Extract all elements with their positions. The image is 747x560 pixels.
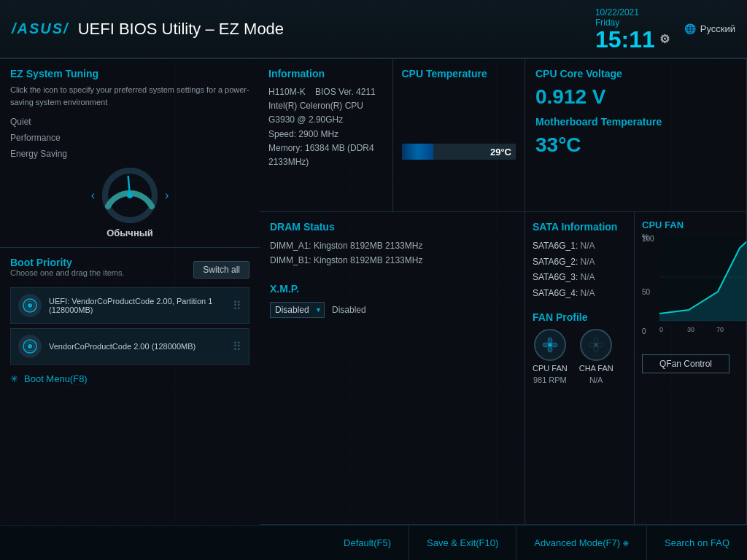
save-exit-button[interactable]: Save & Exit(F10) [409, 526, 516, 560]
ez-prev-arrow[interactable]: ‹ [91, 189, 95, 202]
language-label: Русский [700, 23, 735, 34]
fan-profile-section: FAN Profile CPU FAN [533, 311, 627, 384]
svg-point-17 [594, 346, 598, 352]
sata-fan-cell: SATA Information SATA6G_1: N/A SATA6G_2:… [525, 212, 747, 525]
svg-point-2 [127, 192, 133, 198]
ez-next-arrow[interactable]: › [165, 189, 169, 202]
svg-text:70: 70 [716, 326, 724, 333]
search-faq-label: Search on FAQ [665, 537, 729, 548]
header-datetime: 10/22/2021 Friday 15:11 ⚙ [595, 7, 670, 51]
default-label: Default(F5) [344, 537, 391, 548]
cpu-fan-item: CPU FAN 981 RPM [533, 329, 568, 384]
information-title: Information [268, 68, 384, 79]
cpu-voltage-value: 0.912 V [535, 85, 736, 109]
header-language[interactable]: 🌐 Русский [684, 23, 735, 34]
sata-port-2: SATA6G_2: N/A [533, 254, 627, 271]
cpu-fan-icon [534, 329, 566, 361]
cpu-temperature-panel: CPU Temperature 29°C [392, 59, 525, 211]
qfan-button[interactable]: QFan Control [642, 354, 729, 373]
cpu-fan-name: CPU FAN [533, 364, 568, 373]
voltage-mb-temp-cell: CPU Core Voltage 0.912 V Motherboard Tem… [525, 59, 747, 212]
globe-icon: 🌐 [684, 23, 696, 34]
boot-menu-icon: ✳ [10, 373, 18, 384]
mb-temp-title: Motherboard Temperature [535, 116, 736, 128]
svg-point-4 [28, 303, 32, 308]
xmp-title: X.M.P. [270, 283, 514, 295]
switch-all-button[interactable]: Switch all [193, 261, 249, 279]
cha-fan-rpm: N/A [589, 376, 603, 384]
xmp-section: Disabled Profile 1 Disabled [270, 302, 514, 318]
save-exit-label: Save & Exit(F10) [427, 537, 498, 548]
xmp-panel: X.M.P. Disabled Profile 1 Disabled [270, 283, 514, 318]
date-text: 10/22/2021 [595, 7, 639, 18]
info-memory: Memory: 16384 MB (DDR4 2133MHz) [268, 141, 384, 169]
gear-icon[interactable]: ⚙ [659, 34, 670, 45]
bios-text: BIOS Ver. 4211 [315, 87, 376, 97]
svg-point-13 [543, 343, 549, 347]
default-button[interactable]: Default(F5) [326, 526, 409, 560]
ez-slider: ‹ › [10, 166, 249, 225]
sata-4-label: SATA6G_4: [533, 288, 578, 298]
sata-list: SATA6G_1: N/A SATA6G_2: N/A SATA6G_3: N/… [533, 238, 627, 301]
svg-point-7 [28, 344, 32, 349]
information-panel: Information H110M-K BIOS Ver. 4211 Intel… [260, 59, 392, 211]
dram-status-panel: DRAM Status DIMM_A1: Kingston 8192MB 213… [270, 221, 514, 268]
header: /ASUS/ UEFI BIOS Utility – EZ Mode 10/22… [0, 0, 747, 58]
search-faq-button[interactable]: Search on FAQ [647, 526, 747, 560]
cpu-voltage-title: CPU Core Voltage [535, 68, 736, 79]
sata-fan-left: SATA Information SATA6G_1: N/A SATA6G_2:… [525, 212, 635, 524]
boot-item-2-dots: ⠿ [233, 340, 241, 354]
cha-fan-item: CHA FAN N/A [579, 329, 614, 384]
disk-icon-2 [18, 335, 42, 358]
bottom-bar: Default(F5) Save & Exit(F10) Advanced Mo… [0, 525, 747, 560]
sata-2-value: N/A [581, 257, 595, 267]
header-title: UEFI BIOS Utility – EZ Mode [78, 20, 595, 39]
right-column: EZ System Tuning Click the icon to speci… [0, 59, 260, 525]
cpu-fan-chart-title: CPU FAN [642, 219, 739, 230]
svg-point-12 [548, 346, 552, 352]
cpu-temp-value: 29°C [490, 147, 511, 158]
fan-chart-svg: 0 30 70 100 °C [659, 233, 747, 334]
main-grid: Information H110M-K BIOS Ver. 4211 Intel… [0, 58, 747, 525]
time-value: 15:11 [595, 28, 655, 51]
dimm-b1: DIMM_B1: Kingston 8192MB 2133MHz [270, 253, 514, 268]
xmp-select-wrapper[interactable]: Disabled Profile 1 [270, 302, 325, 318]
info-cpu-cell: Information H110M-K BIOS Ver. 4211 Intel… [260, 59, 525, 212]
header-time: 15:11 ⚙ [595, 28, 670, 51]
boot-item-2[interactable]: VendorCoProductCode 2.00 (128000MB) ⠿ [10, 328, 249, 365]
boot-priority-header: Boot Priority Choose one and drag the it… [10, 257, 249, 283]
fan-chart-area: % 100 50 0 0 30 [642, 233, 739, 350]
ez-tuning-panel: EZ System Tuning Click the icon to speci… [0, 59, 260, 248]
fan-profile-title: FAN Profile [533, 311, 627, 323]
boot-item-1-name: UEFI: VendorCoProductCode 2.00, Partitio… [49, 297, 225, 314]
xmp-select[interactable]: Disabled Profile 1 [270, 302, 325, 318]
boot-item-1[interactable]: UEFI: VendorCoProductCode 2.00, Partitio… [10, 287, 249, 324]
sata-port-3: SATA6G_3: N/A [533, 270, 627, 286]
svg-text:30: 30 [687, 326, 694, 333]
sata-port-1: SATA6G_1: N/A [533, 238, 627, 254]
ez-option-energy: Energy Saving [10, 147, 249, 160]
mb-temp-value: 33°C [535, 133, 736, 157]
sata-3-value: N/A [581, 272, 595, 282]
ez-current-mode: Обычный [107, 228, 153, 238]
advanced-icon: ⎈ [623, 537, 629, 548]
svg-point-15 [594, 338, 598, 343]
dimm-a1: DIMM_A1: Kingston 8192MB 2133MHz [270, 238, 514, 253]
advanced-mode-button[interactable]: Advanced Mode(F7) ⎈ [516, 526, 647, 560]
svg-point-11 [551, 343, 557, 347]
info-cpu: Intel(R) Celeron(R) CPU G3930 @ 2.90GHz [268, 99, 384, 127]
cpu-fan-rpm: 981 RPM [533, 376, 567, 384]
ez-tuning-desc: Click the icon to specify your preferred… [10, 84, 249, 108]
sata-port-4: SATA6G_4: N/A [533, 286, 627, 302]
sata-3-label: SATA6G_3: [533, 272, 578, 282]
cpu-temp-title: CPU Temperature [402, 68, 516, 79]
sata-1-label: SATA6G_1: [533, 241, 578, 251]
y-100: 100 [642, 235, 654, 243]
boot-priority-panel: Boot Priority Choose one and drag the it… [0, 248, 260, 525]
boot-menu-button[interactable]: ✳ Boot Menu(F8) [10, 369, 249, 389]
sata-2-label: SATA6G_2: [533, 257, 578, 267]
info-speed: Speed: 2900 MHz [268, 128, 384, 141]
boot-menu-label: Boot Menu(F8) [24, 373, 88, 384]
dram-xmp-cell: DRAM Status DIMM_A1: Kingston 8192MB 213… [260, 212, 525, 525]
boot-priority-subtitle: Choose one and drag the items. [10, 268, 125, 277]
